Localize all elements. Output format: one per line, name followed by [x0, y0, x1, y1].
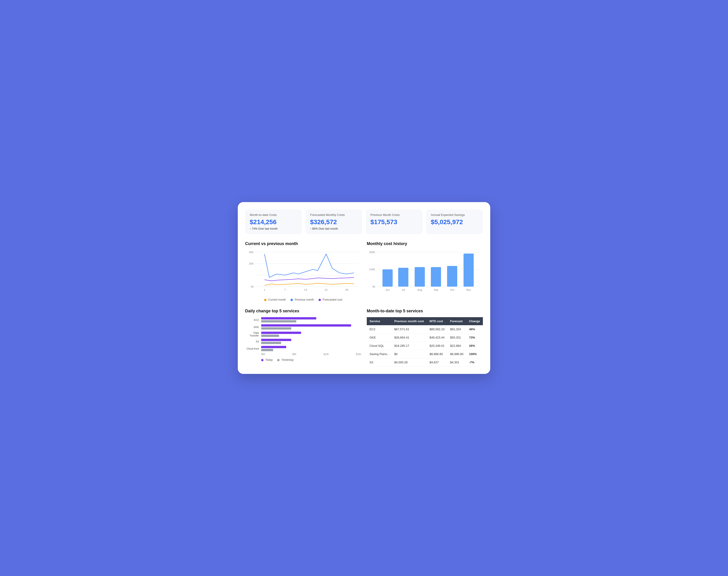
hbar-row-gke: GKE	[245, 324, 361, 329]
bottom-row: Daily change top 5 services EC2 GKE	[245, 309, 483, 367]
table-row: EC2 $67,571.61 $89,582.10 $91,324 48%	[367, 325, 483, 334]
svg-text:40K: 40K	[249, 251, 253, 254]
cell-forecast: $4,301	[447, 358, 466, 367]
svg-text:Jul: Jul	[402, 288, 405, 291]
hbar-yesterday-datatransfer	[261, 335, 279, 337]
kpi-label-prev-month: Previous Month Costs	[370, 213, 418, 217]
cell-prev: $28,664.41	[392, 334, 427, 342]
hbar-today-gke	[261, 324, 351, 326]
svg-text:0k: 0k	[372, 285, 375, 288]
hbar-today-cloudfront	[261, 346, 286, 348]
hbar-bars-s3	[261, 339, 361, 344]
th-change: Change	[466, 317, 483, 325]
hbar-legend: Today Yesterday	[245, 358, 361, 362]
hbar-today-datatransfer	[261, 332, 301, 334]
svg-text:21: 21	[325, 288, 328, 291]
svg-text:Aug: Aug	[418, 288, 422, 291]
hbar-bars-ec2	[261, 317, 361, 322]
kpi-card-savings: Annual Expected Savings $5,025,972	[426, 209, 483, 234]
legend-label-forecasted: Forecasted cost	[323, 298, 342, 301]
svg-text:Jun: Jun	[385, 288, 390, 291]
cell-service: S3	[367, 358, 392, 367]
cell-prev: $0	[392, 350, 427, 358]
hbar-yesterday-cloudfront	[261, 349, 273, 351]
bar-nov	[464, 254, 474, 287]
mtd-table: Service Previous month cost MTD cost For…	[367, 317, 483, 367]
svg-text:1: 1	[264, 288, 265, 291]
cell-mtd: $4,627	[427, 358, 448, 367]
line-chart-legend: Current month Previous month Forecasted …	[245, 298, 361, 301]
cell-change: -7%	[466, 358, 483, 367]
hbar-title: Daily change top 5 services	[245, 309, 361, 314]
kpi-change-forecast: ↑ 86% Over last month	[310, 227, 358, 230]
bar-sep	[431, 267, 441, 287]
hbar-today-ec2	[261, 317, 316, 319]
table-section: Month-to-date top 5 services Service Pre…	[367, 309, 483, 367]
kpi-value-forecast: $326,572	[310, 219, 358, 226]
hbar-row-ec2: EC2	[245, 317, 361, 322]
svg-text:28: 28	[345, 288, 348, 291]
bar-jun	[383, 269, 393, 287]
cell-service: Cloud SQL	[367, 342, 392, 350]
charts-row: Current vs previous month 40K 20K 0k 1 7…	[245, 241, 483, 301]
hbar-row-cloudfront: Cloud front	[245, 346, 361, 351]
cell-prev: $18.285.17	[392, 342, 427, 350]
legend-label-today: Today	[265, 358, 273, 362]
cell-forecast: $50,201	[447, 334, 466, 342]
legend-dot-previous	[291, 299, 293, 301]
kpi-value-mtd: $214,256	[250, 219, 297, 226]
cell-forecast: $22,884	[447, 342, 466, 350]
hbar-axis-0k: $0K	[261, 353, 265, 355]
hbar-today-s3	[261, 339, 291, 341]
hbar-yesterday-gke	[261, 327, 291, 329]
th-mtd-cost: MTD cost	[427, 317, 448, 325]
kpi-row: Month-to-date Costs $214,256 ↑ 74% Over …	[245, 209, 483, 234]
table-header-row: Service Previous month cost MTD cost For…	[367, 317, 483, 325]
th-prev-cost: Previous month cost	[392, 317, 427, 325]
kpi-label-mtd: Month-to-date Costs	[250, 213, 297, 217]
legend-label-previous: Previous month	[295, 298, 314, 301]
hbar-yesterday-s3	[261, 342, 281, 344]
hbar-label-gke: GKE	[245, 326, 261, 328]
svg-text:14: 14	[304, 288, 307, 291]
kpi-change-mtd: ↑ 74% Over last month	[250, 227, 297, 230]
bar-oct	[447, 266, 457, 287]
bar-aug	[415, 267, 425, 287]
hbar-legend-yesterday: Yesterday	[277, 358, 294, 362]
cell-forecast: $91,324	[447, 325, 466, 334]
hbar-label-datatransfer: Data Transfer	[245, 332, 261, 337]
hbar-bars-datatransfer	[261, 332, 361, 337]
bar-chart-wrap: 280K 140K 0k Jun Jul Aug Sep	[367, 250, 483, 296]
kpi-label-forecast: Forecasted Monthly Costs	[310, 213, 358, 217]
line-chart-wrap: 40K 20K 0k 1 7 14 21 28	[245, 250, 361, 296]
cell-change: 48%	[466, 325, 483, 334]
line-chart-section: Current vs previous month 40K 20K 0k 1 7…	[245, 241, 361, 301]
svg-text:Nov: Nov	[466, 288, 471, 291]
hbar-label-ec2: EC2	[245, 319, 261, 321]
hbar-axis: $0K $8K $12K $16K	[245, 353, 361, 355]
cell-mtd: $89,582.10	[427, 325, 448, 334]
bar-chart-title: Monthly cost history	[367, 241, 483, 246]
hbar-yesterday-ec2	[261, 320, 296, 322]
kpi-card-prev-month: Previous Month Costs $175,573	[366, 209, 423, 234]
cell-mtd: $20,349.01	[427, 342, 448, 350]
hbar-legend-today: Today	[261, 358, 273, 362]
cell-change: 100%	[466, 350, 483, 358]
kpi-card-forecast: Forecasted Monthly Costs $326,572 ↑ 86% …	[305, 209, 362, 234]
cell-forecast: $8,886.80	[447, 350, 466, 358]
hbar-label-cloudfront: Cloud front	[245, 347, 261, 350]
kpi-value-savings: $5,025,972	[431, 219, 478, 226]
legend-label-current: Current month	[268, 298, 286, 301]
bar-chart-section: Monthly cost history 280K 140K 0k Jun	[367, 241, 483, 301]
hbar-axis-16k: $16K	[356, 353, 361, 355]
bar-jul	[398, 268, 408, 287]
cell-service: EC2	[367, 325, 392, 334]
legend-label-yesterday: Yesterday	[281, 358, 294, 362]
cell-mtd: $8,886.80	[427, 350, 448, 358]
legend-dot-current	[264, 299, 267, 301]
hbar-row-datatransfer: Data Transfer	[245, 332, 361, 337]
svg-text:280K: 280K	[369, 251, 375, 254]
legend-forecasted: Forecasted cost	[318, 298, 342, 301]
hbar-row-s3: S3	[245, 339, 361, 344]
line-chart-title: Current vs previous month	[245, 241, 361, 246]
